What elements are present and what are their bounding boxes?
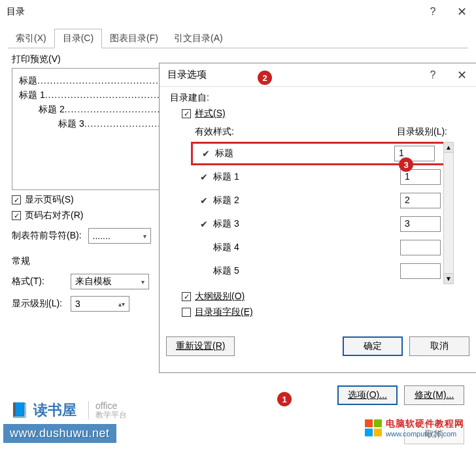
format-select[interactable]: 来自模板 ▾ [71, 274, 149, 289]
show-levels-label: 显示级别(L): [12, 298, 71, 310]
dialog2-titlebar: 目录选项 ? ✕ [160, 63, 476, 87]
column-headers: 有效样式: 目录级别(L): [195, 126, 466, 138]
valid-styles-header: 有效样式: [195, 126, 397, 138]
tab-citation-toc[interactable]: 引文目录(A) [166, 29, 231, 48]
style-name: 标题 1 [213, 171, 400, 183]
options-button[interactable]: 选项(O)... [337, 385, 398, 405]
toc-level-input[interactable]: 3 [400, 216, 441, 232]
reset-button[interactable]: 重新设置(R) [166, 336, 235, 356]
dialog1-lower-buttons: 选项(O)... 修改(M)... [337, 385, 464, 405]
watermark2-title: 电脑软硬件教程网 [386, 418, 464, 430]
toc-entry-fields-checkbox[interactable]: 目录项字段(E) [182, 306, 466, 318]
scrollbar[interactable]: ▲ ▼ [443, 142, 454, 284]
build-from-label: 目录建自: [170, 92, 466, 104]
style-name: 标题 3 [213, 218, 400, 230]
style-row[interactable]: 标题 5 [195, 259, 454, 283]
styles-section: ✓ 样式(S) 有效样式: 目录级别(L): ✔ 标题 1 ✔ 标题 1 1 [182, 108, 466, 284]
dialog1-title: 目录 [7, 6, 418, 18]
check-icon: ✔ [195, 172, 213, 182]
checkbox-checked-icon: ✓ [12, 211, 21, 220]
styles-label: 样式(S) [195, 108, 226, 120]
outline-levels-checkbox[interactable]: ✓ 大纲级别(O) [182, 291, 466, 302]
check-icon: ✔ [195, 195, 213, 206]
show-levels-value: 3 [75, 299, 80, 309]
style-row-heading[interactable]: ✔ 标题 1 [191, 142, 454, 165]
style-name: 标题 5 [213, 265, 400, 277]
dialog1-titlebar: 目录 ? ✕ [0, 0, 476, 24]
leader-char-label: 制表符前导符(B): [12, 230, 82, 242]
toc-level-input[interactable] [400, 263, 441, 279]
dialog2-title: 目录选项 [167, 69, 418, 81]
watermark-brand: 读书屋 [33, 400, 76, 420]
preview-heading: 标题 [19, 75, 37, 87]
right-align-label: 页码右对齐(R) [25, 210, 83, 221]
watermark-office: office 教学平台 [88, 401, 127, 420]
toc-level-input[interactable] [400, 240, 441, 255]
show-page-numbers-label: 显示页码(S) [25, 194, 74, 206]
book-icon: 📘 [10, 402, 28, 419]
format-value: 来自模板 [75, 276, 112, 287]
toc-level-input[interactable]: 2 [400, 193, 441, 208]
watermark2-url: www.computer26.com [386, 430, 464, 438]
toc-level-header: 目录级别(L): [397, 126, 447, 138]
tab-figure-toc[interactable]: 图表目录(F) [102, 29, 166, 48]
cancel-button[interactable]: 取消 [409, 336, 469, 356]
dialog1-close-button[interactable]: ✕ [447, 0, 476, 24]
dialog2-help-button[interactable]: ? [418, 63, 447, 87]
windows-logo-icon [365, 419, 382, 436]
check-icon: ✔ [197, 148, 215, 159]
toc-options-dialog: 目录选项 ? ✕ 目录建自: ✓ 样式(S) 有效样式: 目录级别(L): ✔ … [159, 63, 476, 373]
preview-heading: 标题 1 [19, 90, 45, 101]
style-row[interactable]: ✔ 标题 2 2 [195, 189, 454, 212]
styles-checkbox[interactable]: ✓ 样式(S) [182, 108, 466, 120]
annotation-badge-2: 2 [258, 71, 272, 85]
spinner-icon: ▴▾ [118, 301, 125, 308]
modify-button[interactable]: 修改(M)... [404, 385, 464, 405]
dialog1-tabs: 索引(X) 目录(C) 图表目录(F) 引文目录(A) [8, 27, 468, 48]
scroll-up-icon[interactable]: ▲ [444, 142, 453, 153]
chevron-down-icon: ▾ [141, 278, 144, 285]
preview-heading: 标题 3 [58, 118, 84, 130]
style-row[interactable]: ✔ 标题 3 3 [195, 212, 454, 236]
scroll-down-icon[interactable]: ▼ [444, 273, 453, 284]
watermark-computer26: 电脑软硬件教程网 www.computer26.com [365, 418, 464, 438]
check-icon: ✔ [195, 219, 213, 229]
checkbox-checked-icon: ✓ [12, 195, 21, 204]
preview-heading: 标题 2 [39, 104, 65, 116]
outline-levels-label: 大纲级别(O) [195, 291, 245, 302]
dialog2-close-button[interactable]: ✕ [447, 63, 476, 87]
ok-button[interactable]: 确定 [343, 336, 403, 356]
show-levels-spinner[interactable]: 3 ▴▾ [71, 296, 129, 312]
toc-entry-fields-label: 目录项字段(E) [195, 306, 253, 318]
dialog2-body: 目录建自: ✓ 样式(S) 有效样式: 目录级别(L): ✔ 标题 1 ✔ 标题… [160, 87, 476, 327]
annotation-badge-1: 1 [277, 392, 292, 406]
chevron-down-icon: ▾ [143, 233, 146, 240]
format-label: 格式(T): [12, 276, 71, 287]
checkbox-unchecked-icon [182, 308, 191, 317]
leader-char-value: ....... [93, 231, 110, 241]
style-list: ✔ 标题 1 ✔ 标题 1 1 ✔ 标题 2 2 ✔ 标题 3 3 [182, 142, 466, 284]
style-name: 标题 [215, 148, 394, 159]
style-row[interactable]: 标题 4 [195, 236, 454, 259]
style-row[interactable]: ✔ 标题 1 1 [195, 165, 454, 189]
dialog2-buttons: 重新设置(R) 确定 取消 [166, 336, 469, 356]
dialog1-help-button[interactable]: ? [418, 0, 447, 24]
leader-char-select[interactable]: ....... ▾ [88, 228, 151, 244]
style-name: 标题 2 [213, 195, 400, 206]
style-name: 标题 4 [213, 242, 400, 253]
tab-toc[interactable]: 目录(C) [54, 29, 102, 48]
checkbox-checked-icon: ✓ [182, 292, 191, 301]
tab-index[interactable]: 索引(X) [8, 29, 54, 48]
annotation-badge-3: 3 [399, 157, 413, 172]
watermark-url: www.dushuwu.net [3, 424, 116, 443]
checkbox-checked-icon: ✓ [182, 109, 191, 118]
watermark-dushuwu: 📘 读书屋 office 教学平台 [10, 400, 127, 420]
